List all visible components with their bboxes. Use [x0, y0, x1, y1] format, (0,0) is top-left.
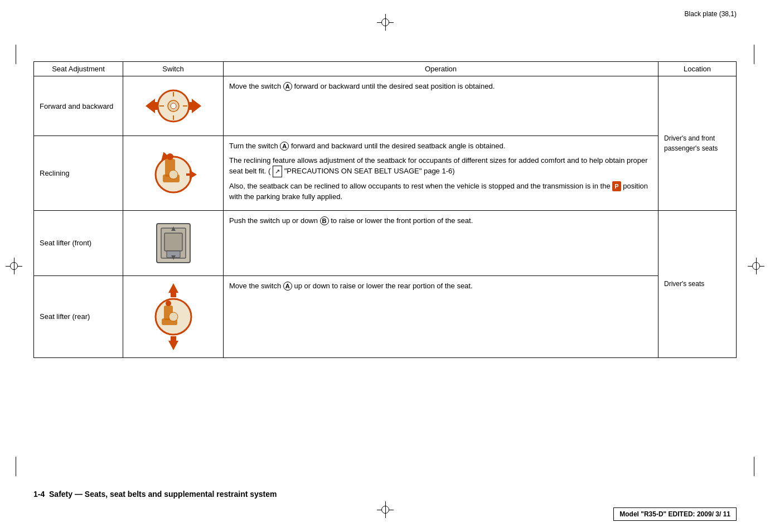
fb-switch-icon: [143, 81, 204, 131]
model-box: Model "R35-D" EDITED: 2009/ 3/ 11: [613, 507, 737, 521]
op-text-slr: Move the switch A up or down to raise or…: [229, 280, 652, 292]
switch-cell-fb: [123, 76, 224, 136]
location-cell-1: Driver's and front passenger's seats: [658, 76, 737, 211]
seat-adjustment-table: Seat Adjustment Switch Operation Locatio…: [33, 61, 737, 358]
page-mark-right-top: [754, 45, 754, 64]
p-box-rec: P: [612, 181, 621, 192]
location-text-1: Driver's and front passenger's seats: [664, 133, 730, 153]
page-mark-right-bot: [754, 457, 754, 476]
col-header-switch: Switch: [123, 62, 224, 76]
op-text-rec: Turn the switch A forward and backward u…: [229, 141, 652, 202]
footer-text: 1-4 Safety — Seats, seat belts and suppl…: [33, 490, 737, 499]
op-text-slf: Push the switch up or down B to raise or…: [229, 215, 652, 226]
op-text-fb: Move the switch A forward or backward un…: [229, 81, 652, 92]
circle-a-fb: A: [283, 82, 292, 91]
col-header-adjustment: Seat Adjustment: [34, 62, 123, 76]
circle-a-slr: A: [283, 282, 292, 291]
table-row: Forward and backward: [34, 76, 737, 136]
crosshair-bottom: [377, 501, 394, 518]
slf-switch-icon: [151, 215, 196, 271]
plate-text: Black plate (38,1): [685, 10, 737, 18]
switch-cell-slr: [123, 275, 224, 357]
svg-point-4: [171, 103, 176, 109]
table-row: Seat lifter (front): [34, 210, 737, 275]
circle-a-rec: A: [280, 142, 289, 151]
location-cell-2: Driver's seats: [658, 210, 737, 357]
adjustment-label-slf: Seat lifter (front): [34, 210, 123, 275]
svg-marker-23: [168, 336, 178, 350]
operation-cell-slr: Move the switch A up or down to raise or…: [224, 275, 658, 357]
operation-cell-fb: Move the switch A forward or backward un…: [224, 76, 658, 136]
rec-switch-icon: [143, 142, 204, 204]
page-mark-left-bot: [16, 457, 16, 476]
slr-switch-icon: [148, 280, 198, 353]
adjustment-label-fb: Forward and backward: [34, 76, 123, 136]
svg-point-13: [169, 170, 178, 179]
col-header-location: Location: [658, 62, 737, 76]
operation-cell-rec: Turn the switch A forward and backward u…: [224, 136, 658, 211]
footer-number: 1-4: [33, 490, 45, 499]
table-row: Seat lifter (rear): [34, 275, 737, 357]
crosshair-left: [6, 258, 22, 274]
footer-section: 1-4 Safety — Seats, seat belts and suppl…: [33, 490, 737, 499]
operation-cell-slf: Push the switch up or down B to raise or…: [224, 210, 658, 275]
footer-description: Safety — Seats, seat belts and supplemen…: [49, 490, 277, 499]
adjustment-label-slr: Seat lifter (rear): [34, 275, 123, 357]
svg-point-28: [169, 312, 178, 321]
switch-cell-slf: [123, 210, 224, 275]
table-row: Reclining: [34, 136, 737, 211]
circle-b-slf: B: [320, 216, 329, 225]
svg-marker-22: [168, 283, 178, 297]
location-text-2: Driver's seats: [664, 279, 730, 289]
switch-cell-rec: [123, 136, 224, 211]
page-ref-rec: ↗: [273, 166, 282, 177]
page-mark-left-top: [16, 45, 16, 64]
adjustment-label-rec: Reclining: [34, 136, 123, 211]
crosshair-right: [748, 258, 764, 274]
main-content: Seat Adjustment Switch Operation Locatio…: [33, 61, 737, 358]
crosshair-top: [377, 14, 394, 31]
svg-rect-18: [164, 233, 182, 251]
col-header-operation: Operation: [224, 62, 658, 76]
svg-point-27: [166, 301, 171, 306]
